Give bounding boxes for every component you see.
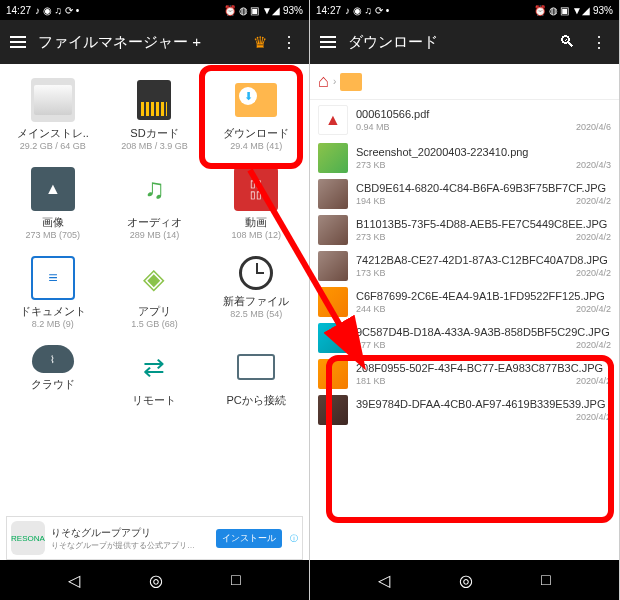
- app-title: ダウンロード: [348, 33, 545, 52]
- app-bar: ファイルマネージャー + ♛ ⋮: [0, 20, 309, 64]
- file-item[interactable]: CBD9E614-6820-4C84-B6FA-69B3F75BF7CF.JPG…: [310, 176, 619, 212]
- file-date: 2020/4/3: [576, 160, 611, 170]
- file-date: 2020/4/2: [576, 304, 611, 314]
- ad-banner[interactable]: RESONA りそなグループアプリ りそなグループが提供する公式アプリ… インス…: [6, 516, 303, 560]
- file-date: 2020/4/2: [576, 412, 611, 422]
- file-name: C6F87699-2C6E-4EA4-9A1B-1FD9522FF125.JPG: [356, 290, 611, 303]
- file-name: 208F0955-502F-43F4-BC77-EA983C877B3C.JPG: [356, 362, 611, 375]
- ad-app-icon: RESONA: [11, 521, 45, 555]
- grid-item-video[interactable]: ▯▯▯▯ 動画 108 MB (12): [207, 161, 305, 246]
- file-date: 2020/4/2: [576, 340, 611, 350]
- nav-back-icon[interactable]: ◁: [68, 571, 80, 590]
- file-list[interactable]: ▲000610566.pdf0.94 MB2020/4/6Screenshot_…: [310, 100, 619, 560]
- file-name: 74212BA8-CE27-42D1-87A3-C12BFC40A7D8.JPG: [356, 254, 611, 267]
- status-bar: 14:27 ♪ ◉ ♫ ⟳ • ⏰ ◍ ▣ ▼◢ 93%: [310, 0, 619, 20]
- folder-icon[interactable]: [340, 73, 362, 91]
- grid-item-recent[interactable]: 新着ファイル 82.5 MB (54): [207, 250, 305, 335]
- file-date: 2020/4/2: [576, 376, 611, 386]
- image-thumbnail: [318, 179, 348, 209]
- image-thumbnail: [318, 359, 348, 389]
- nav-home-icon[interactable]: ◎: [459, 571, 473, 590]
- file-size: 0.94 MB: [356, 122, 390, 132]
- phone-left: 14:27 ♪ ◉ ♫ ⟳ • ⏰ ◍ ▣ ▼◢ 93% ファイルマネージャー …: [0, 0, 310, 600]
- grid-item-download[interactable]: ⬇ ダウンロード 29.4 MB (41): [207, 72, 305, 157]
- file-item[interactable]: 9C587D4B-D18A-433A-9A3B-858D5BF5C29C.JPG…: [310, 320, 619, 356]
- file-item[interactable]: B11013B5-73F5-4D88-AEB5-FE7C5449C8EE.JPG…: [310, 212, 619, 248]
- menu-icon[interactable]: [320, 36, 336, 48]
- grid-item-images[interactable]: ▲ 画像 273 MB (705): [4, 161, 102, 246]
- file-date: 2020/4/2: [576, 268, 611, 278]
- file-name: Screenshot_20200403-223410.png: [356, 146, 611, 159]
- file-date: 2020/4/6: [576, 122, 611, 132]
- grid-item-remote[interactable]: ⇄ リモート: [106, 339, 204, 414]
- phone-right: 14:27 ♪ ◉ ♫ ⟳ • ⏰ ◍ ▣ ▼◢ 93% ダウンロード 🔍︎ ⋮…: [310, 0, 620, 600]
- home-icon[interactable]: ⌂: [318, 71, 329, 92]
- grid-item-cloud[interactable]: ⌇ クラウド: [4, 339, 102, 414]
- file-size: 194 KB: [356, 196, 386, 206]
- grid-item-apps[interactable]: ◈ アプリ 1.5 GB (68): [106, 250, 204, 335]
- image-thumbnail: [318, 287, 348, 317]
- file-size: 273 KB: [356, 160, 386, 170]
- nav-back-icon[interactable]: ◁: [378, 571, 390, 590]
- grid-item-sdcard[interactable]: SDカード 208 MB / 3.9 GB: [106, 72, 204, 157]
- menu-icon[interactable]: [10, 36, 26, 48]
- image-thumbnail: [318, 215, 348, 245]
- file-size: 244 KB: [356, 304, 386, 314]
- app-bar: ダウンロード 🔍︎ ⋮: [310, 20, 619, 64]
- status-battery: 93%: [283, 5, 303, 16]
- image-thumbnail: [318, 251, 348, 281]
- file-name: 000610566.pdf: [356, 108, 611, 121]
- more-icon[interactable]: ⋮: [589, 32, 609, 52]
- file-name: B11013B5-73F5-4D88-AEB5-FE7C5449C8EE.JPG: [356, 218, 611, 231]
- file-item[interactable]: C6F87699-2C6E-4EA4-9A1B-1FD9522FF125.JPG…: [310, 284, 619, 320]
- file-item[interactable]: 74212BA8-CE27-42D1-87A3-C12BFC40A7D8.JPG…: [310, 248, 619, 284]
- file-item[interactable]: 39E9784D-DFAA-4CB0-AF97-4619B339E539.JPG…: [310, 392, 619, 428]
- image-thumbnail: [318, 323, 348, 353]
- file-date: 2020/4/2: [576, 232, 611, 242]
- pdf-icon: ▲: [318, 105, 348, 135]
- more-icon[interactable]: ⋮: [279, 32, 299, 52]
- file-date: 2020/4/2: [576, 196, 611, 206]
- image-thumbnail: [318, 143, 348, 173]
- status-bar: 14:27 ♪ ◉ ♫ ⟳ • ⏰ ◍ ▣ ▼◢ 93%: [0, 0, 309, 20]
- chevron-right-icon: ›: [333, 76, 336, 87]
- crown-icon[interactable]: ♛: [253, 33, 267, 52]
- file-size: 277 KB: [356, 340, 386, 350]
- nav-bar: ◁ ◎ □: [310, 560, 619, 600]
- grid-item-audio[interactable]: ♫ オーディオ 289 MB (14): [106, 161, 204, 246]
- nav-recent-icon[interactable]: □: [541, 571, 551, 589]
- grid-item-documents[interactable]: ≡ ドキュメント 8.2 MB (9): [4, 250, 102, 335]
- file-size: 173 KB: [356, 268, 386, 278]
- nav-bar: ◁ ◎ □: [0, 560, 309, 600]
- grid-item-pc[interactable]: PCから接続: [207, 339, 305, 414]
- file-item[interactable]: ▲000610566.pdf0.94 MB2020/4/6: [310, 100, 619, 140]
- grid-item-storage[interactable]: メインストレ.. 29.2 GB / 64 GB: [4, 72, 102, 157]
- file-name: CBD9E614-6820-4C84-B6FA-69B3F75BF7CF.JPG: [356, 182, 611, 195]
- file-size: 181 KB: [356, 376, 386, 386]
- file-name: 9C587D4B-D18A-433A-9A3B-858D5BF5C29C.JPG: [356, 326, 611, 339]
- image-thumbnail: [318, 395, 348, 425]
- nav-recent-icon[interactable]: □: [231, 571, 241, 589]
- category-grid: メインストレ.. 29.2 GB / 64 GB SDカード 208 MB / …: [0, 64, 309, 422]
- file-size: 273 KB: [356, 232, 386, 242]
- nav-home-icon[interactable]: ◎: [149, 571, 163, 590]
- breadcrumb[interactable]: ⌂ ›: [310, 64, 619, 100]
- file-name: 39E9784D-DFAA-4CB0-AF97-4619B339E539.JPG: [356, 398, 611, 411]
- ad-install-button[interactable]: インストール: [216, 529, 282, 548]
- status-time: 14:27: [6, 5, 31, 16]
- file-item[interactable]: 208F0955-502F-43F4-BC77-EA983C877B3C.JPG…: [310, 356, 619, 392]
- app-title: ファイルマネージャー +: [38, 33, 241, 52]
- file-item[interactable]: Screenshot_20200403-223410.png273 KB2020…: [310, 140, 619, 176]
- search-icon[interactable]: 🔍︎: [557, 32, 577, 52]
